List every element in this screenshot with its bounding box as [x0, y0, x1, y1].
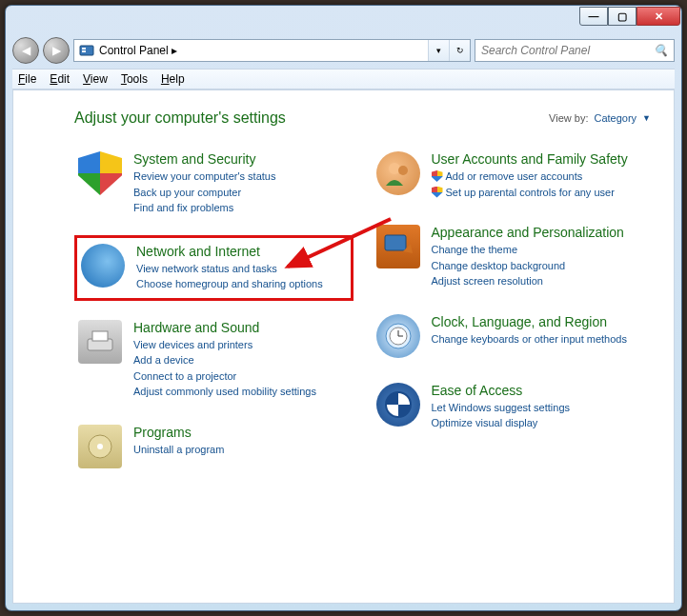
menu-tools[interactable]: Tools [121, 72, 148, 86]
menu-view[interactable]: View [83, 72, 108, 86]
link-resolution[interactable]: Adjust screen resolution [432, 273, 648, 289]
category-title[interactable]: Programs [133, 425, 350, 440]
category-title[interactable]: Hardware and Sound [133, 320, 350, 335]
category-appearance[interactable]: Appearance and Personalization Change th… [373, 219, 652, 295]
window-buttons: — ▢ ✕ [579, 7, 680, 26]
category-hardware-sound[interactable]: Hardware and Sound View devices and prin… [74, 314, 354, 406]
close-button[interactable]: ✕ [636, 7, 680, 26]
link-suggest-settings[interactable]: Let Windows suggest settings [432, 400, 648, 416]
category-body: Appearance and Personalization Change th… [432, 225, 648, 289]
category-ease-of-access[interactable]: Ease of Access Let Windows suggest setti… [373, 377, 652, 437]
category-title[interactable]: Network and Internet [136, 244, 347, 259]
right-column: User Accounts and Family Safety Add or r… [373, 146, 652, 474]
link-uninstall[interactable]: Uninstall a program [133, 442, 350, 458]
link-desktop-bg[interactable]: Change desktop background [432, 258, 648, 274]
monitor-icon [376, 225, 420, 268]
content-area: Adjust your computer's settings View by:… [12, 89, 675, 604]
titlebar[interactable]: — ▢ ✕ [6, 6, 681, 34]
category-clock-language-region[interactable]: Clock, Language, and Region Change keybo… [373, 308, 652, 364]
menu-file[interactable]: File [18, 72, 36, 86]
view-by[interactable]: View by: Category ▼ [549, 112, 651, 124]
svg-rect-1 [82, 48, 86, 50]
link-review-status[interactable]: Review your computer's status [133, 169, 350, 185]
printer-icon [78, 320, 122, 364]
link-fix-problems[interactable]: Find and fix problems [133, 200, 350, 216]
clock-globe-icon [376, 314, 420, 358]
left-column: System and Security Review your computer… [74, 146, 354, 474]
globe-icon [81, 244, 125, 288]
breadcrumb[interactable]: Control Panel ▸ [99, 44, 428, 57]
link-projector[interactable]: Connect to a projector [133, 368, 350, 385]
category-body: Hardware and Sound View devices and prin… [133, 320, 350, 400]
page-title: Adjust your computer's settings [74, 109, 286, 127]
box-icon [78, 425, 122, 468]
link-optimize-display[interactable]: Optimize visual display [432, 415, 648, 431]
link-mobility[interactable]: Adjust commonly used mobility settings [133, 384, 350, 400]
search-input[interactable]: Search Control Panel 🔍 [475, 39, 675, 62]
category-title[interactable]: Ease of Access [432, 383, 648, 398]
link-keyboards[interactable]: Change keyboards or other input methods [432, 331, 648, 348]
link-add-remove-users[interactable]: Add or remove user accounts [432, 169, 648, 185]
category-title[interactable]: System and Security [133, 151, 350, 167]
category-title[interactable]: Clock, Language, and Region [432, 314, 648, 329]
navbar: ◀ ▶ Control Panel ▸ ▾ ↻ Search Control P… [12, 34, 675, 67]
category-columns: System and Security Review your computer… [74, 146, 651, 474]
link-parental-controls[interactable]: Set up parental controls for any user [432, 185, 648, 201]
address-dropdown[interactable]: ▾ [428, 40, 449, 61]
search-placeholder: Search Control Panel [481, 44, 654, 57]
svg-point-8 [398, 166, 408, 175]
svg-point-7 [389, 163, 400, 174]
menu-help[interactable]: Help [161, 72, 185, 86]
shield-icon [78, 151, 122, 195]
category-body: Clock, Language, and Region Change keybo… [432, 314, 648, 358]
category-body: Programs Uninstall a program [133, 425, 350, 468]
link-change-theme[interactable]: Change the theme [432, 242, 648, 258]
category-user-accounts[interactable]: User Accounts and Family Safety Add or r… [373, 146, 652, 206]
link-backup[interactable]: Back up your computer [133, 185, 350, 201]
minimize-button[interactable]: — [579, 7, 608, 26]
svg-rect-2 [82, 50, 86, 52]
link-network-status[interactable]: View network status and tasks [136, 261, 347, 277]
category-title[interactable]: Appearance and Personalization [432, 225, 648, 240]
chevron-down-icon[interactable]: ▼ [642, 113, 651, 123]
category-programs[interactable]: Programs Uninstall a program [74, 419, 354, 474]
refresh-button[interactable]: ↻ [449, 40, 470, 61]
view-by-value[interactable]: Category [594, 112, 636, 124]
svg-rect-9 [385, 235, 406, 250]
control-panel-icon [78, 42, 95, 59]
category-body: System and Security Review your computer… [133, 151, 350, 216]
view-by-label: View by: [549, 112, 588, 124]
forward-button[interactable]: ▶ [43, 37, 70, 64]
category-body: Network and Internet View network status… [136, 244, 347, 292]
menu-edit[interactable]: Edit [50, 72, 70, 86]
link-homegroup[interactable]: Choose homegroup and sharing options [136, 276, 347, 292]
menubar: File Edit View Tools Help [12, 69, 675, 89]
svg-rect-4 [92, 331, 108, 341]
ease-icon [376, 383, 420, 427]
header-row: Adjust your computer's settings View by:… [74, 109, 651, 127]
category-body: Ease of Access Let Windows suggest setti… [432, 383, 648, 431]
back-button[interactable]: ◀ [12, 37, 39, 64]
link-add-device[interactable]: Add a device [133, 352, 350, 368]
search-icon[interactable]: 🔍 [654, 44, 668, 57]
svg-point-6 [97, 444, 103, 449]
category-network-internet[interactable]: Network and Internet View network status… [74, 235, 354, 301]
maximize-button[interactable]: ▢ [608, 7, 636, 26]
category-body: User Accounts and Family Safety Add or r… [432, 151, 648, 200]
address-bar[interactable]: Control Panel ▸ ▾ ↻ [73, 39, 471, 62]
people-icon [376, 151, 420, 195]
window-frame: — ▢ ✕ ◀ ▶ Control Panel ▸ ▾ ↻ Search Con… [5, 5, 682, 611]
category-title[interactable]: User Accounts and Family Safety [432, 151, 648, 167]
category-system-security[interactable]: System and Security Review your computer… [74, 146, 354, 222]
link-devices-printers[interactable]: View devices and printers [133, 337, 350, 353]
